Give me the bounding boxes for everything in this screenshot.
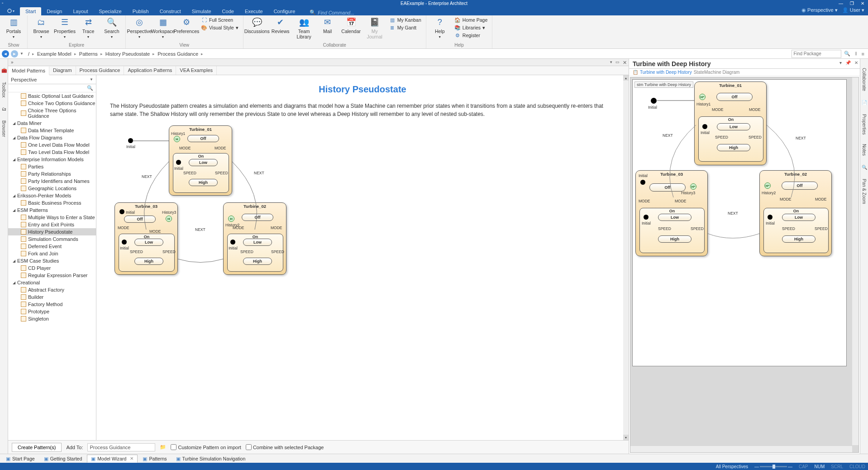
- r-on[interactable]: On Initial Low SPEED SPEED High: [698, 116, 763, 162]
- pane-pin-icon[interactable]: 📌: [845, 60, 851, 65]
- tree-item[interactable]: Fork and Join: [8, 250, 96, 257]
- vtab-properties[interactable]: Properties: [862, 114, 867, 135]
- tree-item[interactable]: Party Identifiers and Names: [8, 177, 96, 185]
- tree-item[interactable]: Builder: [8, 293, 96, 301]
- perspective-selector[interactable]: Perspective▼: [8, 75, 96, 84]
- tab-design[interactable]: Design: [41, 7, 67, 15]
- fullscreen-button[interactable]: ⛶Full Screen: [199, 16, 240, 24]
- r-low[interactable]: Low: [717, 123, 750, 130]
- tab-publish[interactable]: Publish: [127, 7, 154, 15]
- diagram-scroll-v[interactable]: [852, 77, 858, 445]
- customize-checkbox[interactable]: Customize Pattern on import: [171, 444, 241, 450]
- tab-model-patterns[interactable]: Model Patterns: [8, 67, 49, 75]
- vtab-toolbox[interactable]: Toolbox: [1, 82, 6, 97]
- doctab[interactable]: ▣Turbine Simulation Navigation: [172, 455, 250, 463]
- perspective-menu[interactable]: ◉ Perspective ▾: [801, 7, 838, 13]
- filter-icon[interactable]: ⦀: [853, 51, 859, 57]
- properties-button[interactable]: ☰Properties▼: [54, 16, 76, 39]
- tree-item[interactable]: Multiple Ways to Enter a State: [8, 214, 96, 221]
- close-icon[interactable]: ✕: [857, 0, 868, 6]
- tree-item[interactable]: Singleton: [8, 315, 96, 322]
- tree-item[interactable]: Party Relationships: [8, 170, 96, 177]
- pane-pin-icon[interactable]: ▭: [615, 60, 620, 64]
- breadcrumb-seg[interactable]: Patterns: [79, 51, 98, 57]
- tree-item[interactable]: Factory Method: [8, 301, 96, 308]
- tree-item[interactable]: History Pseudostate: [8, 228, 96, 235]
- tree-item[interactable]: Two Level Data Flow Model: [8, 149, 96, 156]
- mykanban-button[interactable]: ▥My Kanban: [387, 16, 423, 24]
- r-on2[interactable]: On Initial Low SPEED SPEED High: [763, 208, 829, 253]
- tab-app-patterns[interactable]: Application Patterns: [124, 66, 176, 75]
- search-button[interactable]: 🔍Search▼: [101, 16, 123, 39]
- r-low3[interactable]: Low: [658, 214, 692, 221]
- tree-item[interactable]: Data Miner Template: [8, 127, 96, 134]
- tab-vea-examples[interactable]: VEA Examples: [176, 66, 217, 75]
- tree-item[interactable]: Abstract Factory: [8, 286, 96, 293]
- breadcrumb-root[interactable]: /: [28, 51, 29, 57]
- workspace-button[interactable]: ▦Workspace▼: [152, 16, 174, 39]
- minimize-icon[interactable]: —: [835, 0, 846, 6]
- breadcrumb-seg[interactable]: History Pseudostate: [105, 51, 150, 57]
- tree-item[interactable]: Choice Three Options Guidance: [8, 107, 96, 120]
- teamlib-button[interactable]: 👥Team Library: [293, 16, 315, 40]
- r-turbine-01[interactable]: Turbine_01 H* History1 Off MODE MODE On …: [694, 82, 767, 165]
- nav-fwd-button[interactable]: ►: [11, 50, 18, 58]
- tree-group[interactable]: ◢Data Miner: [8, 120, 96, 127]
- pane-close-icon[interactable]: ✕: [623, 60, 627, 66]
- homepage-button[interactable]: 🏠Home Page: [453, 16, 489, 24]
- r-low2[interactable]: Low: [782, 214, 816, 221]
- r-high2[interactable]: High: [782, 235, 816, 243]
- r-off2[interactable]: Off: [782, 182, 818, 190]
- tree-search-row[interactable]: 🔍: [8, 84, 96, 92]
- user-menu[interactable]: 👤 User ▾: [842, 7, 864, 13]
- addto-browse-icon[interactable]: 📁: [160, 444, 166, 450]
- zoom-slider[interactable]: — —: [754, 464, 792, 469]
- close-icon[interactable]: ✕: [130, 456, 134, 461]
- tree-group[interactable]: ◢Creational: [8, 279, 96, 286]
- r-on3[interactable]: On Initial Low SPEED SPEED High: [639, 208, 705, 253]
- diagram-canvas[interactable]: stm Turbine with Deep History Turbine_01…: [630, 77, 859, 453]
- vtab-notes[interactable]: Notes: [862, 144, 867, 156]
- doctab[interactable]: ▣Getting Started: [40, 455, 86, 463]
- r-high[interactable]: High: [717, 144, 750, 151]
- tree-group[interactable]: ◢Eriksson-Penker Models: [8, 192, 96, 199]
- mail-button[interactable]: ✉Mail: [317, 16, 339, 35]
- nav-dd[interactable]: ▼: [20, 52, 24, 56]
- vtab-collaborate[interactable]: Collaborate: [862, 68, 867, 91]
- tree-group[interactable]: ◢ESM Patterns: [8, 206, 96, 214]
- tree-item[interactable]: Choice Two Options Guidance: [8, 100, 96, 107]
- register-button[interactable]: ⚙Register: [453, 32, 489, 39]
- doctab[interactable]: ▣Patterns: [138, 455, 171, 463]
- reviews-button[interactable]: ✔Reviews: [270, 16, 291, 35]
- zoom-dock-icon[interactable]: 🔍: [862, 165, 867, 170]
- r-off3[interactable]: Off: [649, 183, 686, 192]
- trace-button[interactable]: ⇄Trace▼: [77, 16, 99, 39]
- tree-item[interactable]: Regular Expression Parser: [8, 272, 96, 279]
- tree-item[interactable]: Deferred Event: [8, 243, 96, 250]
- tab-specialize[interactable]: Specialize: [94, 7, 127, 15]
- find-package-go-icon[interactable]: 🔍: [842, 51, 852, 57]
- tree-item[interactable]: One Level Data Flow Model: [8, 141, 96, 149]
- combine-checkbox[interactable]: Combine with selected Package: [246, 444, 324, 450]
- expand-icon[interactable]: »: [11, 60, 14, 65]
- status-all-perspectives[interactable]: All Perspectives: [716, 464, 748, 469]
- tree-item[interactable]: Entry and Exit Points: [8, 221, 96, 228]
- tab-simulate[interactable]: Simulate: [186, 7, 217, 15]
- pane-close-icon[interactable]: ✕: [854, 60, 858, 65]
- pane-restore-icon[interactable]: ▾: [610, 60, 612, 64]
- libraries-button[interactable]: 📚Libraries ▾: [453, 24, 489, 31]
- vtab-panzoom[interactable]: Pan & Zoom: [862, 179, 867, 204]
- help-button[interactable]: ?Help▼: [429, 16, 451, 39]
- browse-button[interactable]: 🗂Browse▼: [30, 16, 52, 39]
- r-turbine-03[interactable]: Turbine_03 Initial H* History3 Off MODE …: [635, 170, 708, 256]
- doctab[interactable]: ▣Start Page: [2, 455, 39, 463]
- breadcrumb-seg[interactable]: Example Model: [37, 51, 72, 57]
- calendar-button[interactable]: 📅Calendar: [340, 16, 362, 35]
- diagram-scroll-h[interactable]: [630, 446, 852, 452]
- r-high3[interactable]: High: [658, 235, 692, 243]
- tree-item[interactable]: Parties: [8, 163, 96, 170]
- find-command-input[interactable]: Find Command...: [318, 10, 354, 15]
- vtab-browser[interactable]: Browser: [1, 120, 6, 137]
- tab-start[interactable]: Start: [20, 7, 41, 15]
- find-package-input[interactable]: [792, 50, 841, 58]
